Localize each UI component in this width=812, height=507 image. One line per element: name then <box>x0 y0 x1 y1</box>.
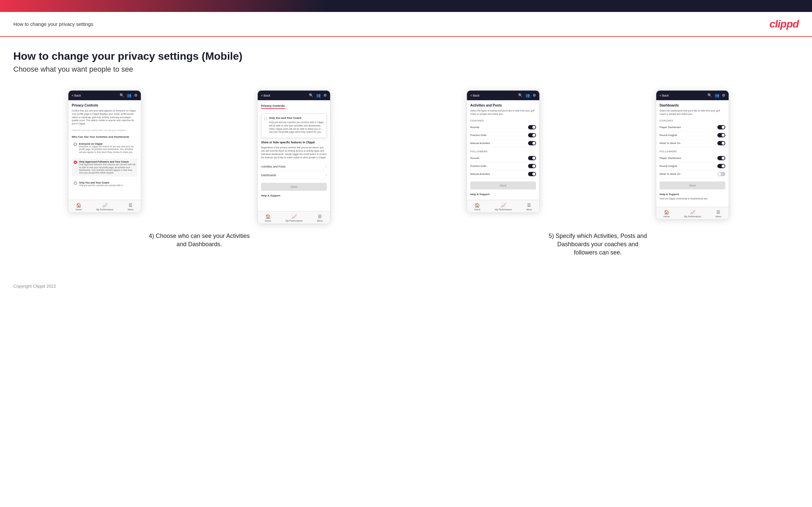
bottom-nav-performance-1[interactable]: 📈 My Performance <box>96 203 113 211</box>
radio-inner-2 <box>75 162 76 163</box>
screen2-tab[interactable]: Privacy Controls <box>261 104 285 109</box>
search-icon-4[interactable]: 🔍 <box>707 93 712 98</box>
screen3-followers-drills: Practice Drills <box>470 162 536 170</box>
show-section-title: Show or hide specific features in Clippd <box>261 141 327 144</box>
screen4-bottom-nav: 🏠 Home 📈 My Performance ☰ Menu <box>656 207 729 219</box>
caption-group-34: 5) Specify which Activities, Posts and D… <box>412 224 784 257</box>
people-icon-2[interactable]: 👥 <box>316 93 321 98</box>
radio-circle-3[interactable] <box>74 181 77 185</box>
bottom-nav-home-1[interactable]: 🏠 Home <box>76 203 82 211</box>
bottom-nav-menu-4[interactable]: ☰ Menu <box>716 210 722 218</box>
screen3-back[interactable]: < Back <box>470 94 479 97</box>
people-icon-4[interactable]: 👥 <box>715 93 719 98</box>
screen4-content: Dashboards Select the dashboards that yo… <box>656 100 729 207</box>
menu-row-dashboards[interactable]: Dashboards › <box>261 171 327 179</box>
screen4-followers-player: Player Dashboard <box>660 154 725 162</box>
screen3-coaches-rounds: Rounds <box>470 123 536 131</box>
radio-text-1: Everyone on Clippd Everyone on Clippd ca… <box>79 143 136 154</box>
screen3-coaches-drills: Practice Drills <box>470 131 536 139</box>
screen2-back[interactable]: < Back <box>261 94 270 97</box>
search-icon-2[interactable]: 🔍 <box>309 93 313 98</box>
screen3-coaches-label: COACHES <box>470 119 536 122</box>
logo: clippd <box>769 18 799 30</box>
toggle-coaches-manual[interactable] <box>528 141 536 145</box>
bottom-nav-menu-3[interactable]: ☰ Menu <box>526 203 532 211</box>
screen3-content: Activities and Posts Select the types of… <box>467 100 539 200</box>
screen2-bottom-nav: 🏠 Home 📈 My Performance ☰ Menu <box>258 211 330 224</box>
screen3-followers-label: FOLLOWERS <box>470 150 536 153</box>
toggle-followers-work-on[interactable] <box>717 172 725 176</box>
menu-row-activities[interactable]: Activities and Posts › <box>261 162 327 171</box>
screen4-body: Select the dashboards that you'd like to… <box>660 109 725 116</box>
screen3-save-btn[interactable]: Save <box>470 181 536 189</box>
radio-circle-2[interactable] <box>74 161 77 164</box>
bottom-nav-menu-1[interactable]: ☰ Menu <box>128 203 134 211</box>
screen4-nav: < Back 🔍 👥 ⚙ <box>656 91 729 100</box>
toggle-coaches-round-insights[interactable] <box>717 133 725 137</box>
radio-circle-1[interactable] <box>74 143 77 146</box>
screen1-body2: However, you can control who can see you… <box>72 129 138 132</box>
screenshots-row: < Back 🔍 👥 ⚙ Privacy Controls Control ho… <box>13 90 784 224</box>
people-icon-3[interactable]: 👥 <box>525 93 530 98</box>
toggle-coaches-work-on[interactable] <box>717 141 725 145</box>
screen2-help-support: Help & Support <box>261 194 327 197</box>
bottom-nav-performance-4[interactable]: 📈 My Performance <box>684 210 701 218</box>
screen1-back[interactable]: < Back <box>72 94 81 97</box>
bottom-nav-performance-3[interactable]: 📈 My Performance <box>495 203 512 211</box>
menu-icon-3: ☰ <box>527 203 531 208</box>
bottom-nav-home-2[interactable]: 🏠 Home <box>265 214 271 222</box>
performance-icon-3: 📈 <box>501 203 506 208</box>
footer: Copyright Clippd 2022 <box>0 277 812 295</box>
chevron-right-icon-1: › <box>326 165 327 168</box>
screen4-back[interactable]: < Back <box>660 94 669 97</box>
popup-title: Only You and Your Coach <box>269 116 324 119</box>
toggle-followers-drills[interactable] <box>528 164 536 168</box>
search-icon[interactable]: 🔍 <box>119 93 124 98</box>
screenshot-group-4: < Back 🔍 👥 ⚙ Dashboards Select the dashb… <box>601 90 784 220</box>
search-icon-3[interactable]: 🔍 <box>518 93 523 98</box>
screen4-coaches-round-insights: Round Insights <box>660 131 725 139</box>
toggle-followers-round-insights[interactable] <box>717 164 725 168</box>
radio-text-3: Only You and Your Coach Only you and the… <box>79 181 123 187</box>
toggle-coaches-drills[interactable] <box>528 133 536 137</box>
settings-icon[interactable]: ⚙ <box>134 93 138 98</box>
screen2-content: Only You and Your Coach Only you and the… <box>258 111 330 211</box>
screen2-save-btn[interactable]: Save <box>261 183 327 191</box>
toggle-coaches-rounds[interactable] <box>528 125 536 129</box>
menu-icon-4: ☰ <box>716 210 720 215</box>
bottom-nav-home-3[interactable]: 🏠 Home <box>474 203 480 211</box>
settings-icon-2[interactable]: ⚙ <box>323 93 327 98</box>
screen1-bottom-nav: 🏠 Home 📈 My Performance ☰ Menu <box>68 200 141 212</box>
screen3-nav: < Back 🔍 👥 ⚙ <box>467 91 539 100</box>
radio-option-followers[interactable]: Only Approved Followers and Your Coach O… <box>72 158 138 176</box>
chevron-right-icon-2: › <box>326 173 327 177</box>
screen4-help-body: Visit our Clippd community to troublesho… <box>660 197 725 201</box>
screen4-followers-round-insights: Round Insights <box>660 162 725 170</box>
screen4-coaches-label: COACHES <box>660 119 725 122</box>
caption-group-12: 4) Choose who can see your Activities an… <box>13 224 385 257</box>
screen3-title: Activities and Posts <box>470 104 536 107</box>
performance-icon-4: 📈 <box>690 210 696 215</box>
settings-icon-4[interactable]: ⚙ <box>722 93 725 98</box>
screen4-followers-work-on: What To Work On <box>660 170 725 178</box>
screen4-help-support: Help & Support <box>660 193 725 196</box>
performance-icon-1: 📈 <box>102 203 108 208</box>
screen4-save-btn[interactable]: Save <box>660 181 725 189</box>
screenshot-group-1: < Back 🔍 👥 ⚙ Privacy Controls Control ho… <box>13 90 196 213</box>
menu-icon-2: ☰ <box>318 214 322 219</box>
page-subtitle: Choose what you want people to see <box>13 65 784 74</box>
toggle-followers-rounds[interactable] <box>528 156 536 160</box>
toggle-coaches-player[interactable] <box>717 125 725 129</box>
popup-radio-circle[interactable] <box>264 117 267 120</box>
screen3-coaches-manual: Manual Activities <box>470 139 536 147</box>
radio-option-coach[interactable]: Only You and Your Coach Only you and the… <box>72 179 138 189</box>
toggle-followers-player[interactable] <box>717 156 725 160</box>
radio-option-everyone[interactable]: Everyone on Clippd Everyone on Clippd ca… <box>72 140 138 156</box>
bottom-nav-menu-2[interactable]: ☰ Menu <box>317 214 323 222</box>
people-icon[interactable]: 👥 <box>127 93 132 98</box>
bottom-nav-home-4[interactable]: 🏠 Home <box>664 210 670 218</box>
settings-icon-3[interactable]: ⚙ <box>533 93 536 98</box>
header: How to change your privacy settings clip… <box>0 12 812 37</box>
toggle-followers-manual[interactable] <box>528 172 536 176</box>
bottom-nav-performance-2[interactable]: 📈 My Performance <box>286 214 303 222</box>
